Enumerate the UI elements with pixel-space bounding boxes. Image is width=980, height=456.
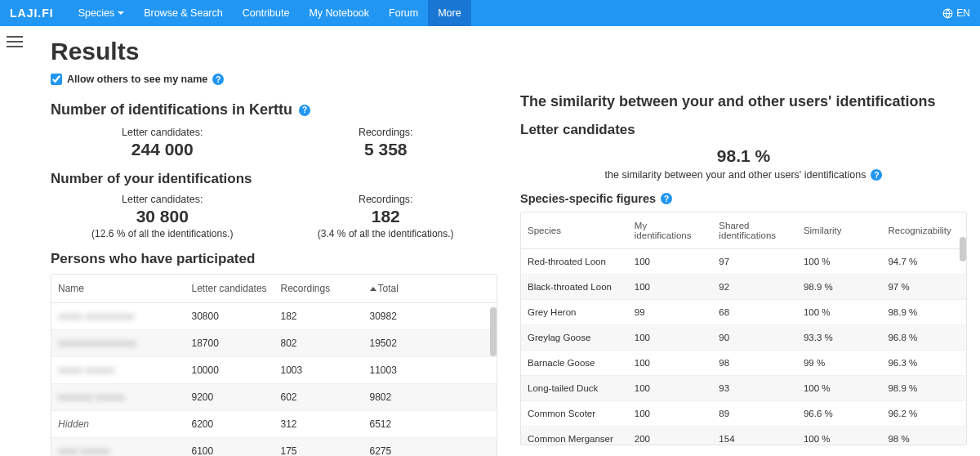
percent-sub: the similarity between your and other us… [605,169,866,181]
col-recordings[interactable]: Recordings [274,275,363,303]
col-sim[interactable]: Similarity [797,212,882,249]
cell-total: 30982 [363,303,497,330]
cell-species: Greylag Goose [521,325,628,351]
cell-letters: 30800 [185,303,274,330]
nav-more[interactable]: More [428,0,470,26]
stat-label: Letter candidates: [51,127,274,138]
col-shared[interactable]: Shared identifications [712,212,797,249]
cell-my: 200 [628,427,713,446]
cell-shared: 97 [712,249,797,275]
cell-recog: 98 % [881,427,966,446]
cell-total: 19502 [363,330,497,357]
table-row[interactable]: Common Scoter1008996.6 %96.2 % [521,401,966,427]
stat-your-recordings: Recordings: 182 (3.4 % of all the identi… [274,194,498,239]
cell-species: Common Merganser [521,427,628,446]
section-kerttu-title: Number of identifications in Kerttu? [51,101,497,118]
help-icon[interactable]: ? [212,74,224,85]
cell-species: Barnacle Goose [521,351,628,376]
col-total[interactable]: Total [363,275,497,303]
table-row[interactable]: Red-throated Loon10097100 %94.7 % [521,249,966,275]
cell-recordings: 182 [274,303,363,330]
stat-your-letters: Letter candidates: 30 800 (12.6 % of all… [51,194,274,239]
col-letters[interactable]: Letter candidates [185,275,274,303]
cell-shared: 154 [712,427,797,446]
stat-value: 182 [274,207,498,226]
globe-icon [942,8,953,19]
nav-forum[interactable]: Forum [379,0,428,26]
cell-shared: 93 [712,376,797,401]
cell-species: Red-throated Loon [521,249,628,275]
chevron-down-icon [118,11,124,15]
stat-sub: (12.6 % of all the identifications.) [51,228,274,239]
table-row[interactable]: xxxx xxxxxx61001756275 [51,438,497,457]
cell-total: 11003 [363,357,497,384]
stat-value: 30 800 [51,207,274,226]
table-row[interactable]: xxxxxxx xxxxxx92006029802 [51,384,497,411]
nav-species[interactable]: Species [69,0,134,26]
table-row[interactable]: xxxxx xxxxxx10000100311003 [51,357,497,384]
col-name[interactable]: Name [51,275,185,303]
cell-letters: 6200 [185,411,274,438]
stat-recordings: Recordings: 5 358 [274,127,498,159]
nav-menu: Species Browse & Search Contribute My No… [69,0,471,26]
help-icon[interactable]: ? [871,169,882,181]
brand-logo[interactable]: LAJI.FI [10,7,54,20]
sidebar-toggle[interactable] [7,36,23,47]
cell-species: Grey Heron [521,300,628,325]
nav-label: Species [78,7,114,19]
cell-sim: 93.3 % [797,325,882,351]
cell-my: 100 [628,376,713,401]
cell-recog: 96.8 % [881,325,966,351]
table-row[interactable]: Hidden62003126512 [51,411,497,438]
cell-shared: 89 [712,401,797,427]
table-row[interactable]: xxxxx xxxxxxxxxx3080018230982 [51,303,497,330]
cell-sim: 100 % [797,427,882,446]
col-recog[interactable]: Recognizability [881,212,966,249]
cell-sim: 96.6 % [797,401,882,427]
left-column: Results Allow others to see my name ? Nu… [51,38,497,456]
cell-my: 100 [628,325,713,351]
table-row[interactable]: Greylag Goose1009093.3 %96.8 % [521,325,966,351]
cell-my: 99 [628,300,713,325]
table-row[interactable]: xxxxxxxxxxxxxxxx1870080219502 [51,330,497,357]
table-row[interactable]: Barnacle Goose1009899 %96.3 % [521,351,966,376]
cell-my: 100 [628,275,713,300]
cell-recordings: 1003 [274,357,363,384]
help-icon[interactable]: ? [299,105,310,116]
sort-asc-icon [370,287,376,291]
cell-recog: 94.7 % [881,249,966,275]
cell-shared: 90 [712,325,797,351]
person-name: xxxxxxxxxxxxxxxx [58,338,136,349]
language-label: EN [956,7,970,19]
help-icon[interactable]: ? [661,193,672,204]
percent-value: 98.1 % [520,146,967,166]
col-my[interactable]: My identifications [628,212,713,249]
species-table-wrap: Species My identifications Shared identi… [520,212,967,445]
stat-label: Letter candidates: [51,194,274,205]
nav-my-notebook[interactable]: My Notebook [299,0,379,26]
scrollbar[interactable] [960,237,966,262]
table-row[interactable]: Long-tailed Duck10093100 %98.9 % [521,376,966,401]
allow-name-checkbox[interactable] [51,74,62,85]
cell-recog: 97 % [881,275,966,300]
cell-recordings: 802 [274,330,363,357]
cell-sim: 100 % [797,300,882,325]
cell-species: Black-throated Loon [521,275,628,300]
table-row[interactable]: Common Merganser200154100 %98 % [521,427,966,446]
language-selector[interactable]: EN [942,7,970,19]
cell-shared: 92 [712,275,797,300]
person-name: xxxxx xxxxxx [58,364,114,376]
cell-letters: 9200 [185,384,274,411]
cell-letters: 10000 [185,357,274,384]
cell-my: 100 [628,351,713,376]
person-name: xxxxxxx xxxxxx [58,391,124,403]
right-column: The similarity between your and other us… [520,38,967,456]
scrollbar[interactable] [490,307,497,356]
table-row[interactable]: Grey Heron9968100 %98.9 % [521,300,966,325]
nav-contribute[interactable]: Contribute [233,0,300,26]
col-species[interactable]: Species [521,212,628,249]
table-row[interactable]: Black-throated Loon1009298.9 %97 % [521,275,966,300]
cell-species: Long-tailed Duck [521,376,628,401]
cell-recog: 98.9 % [881,300,966,325]
nav-browse-search[interactable]: Browse & Search [134,0,233,26]
